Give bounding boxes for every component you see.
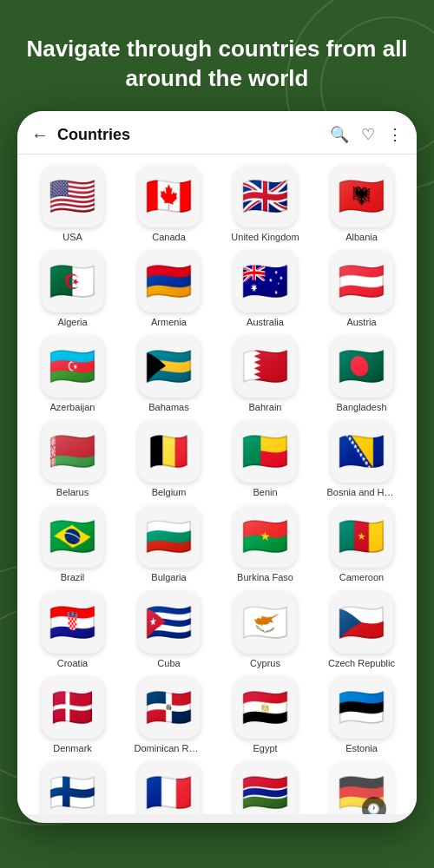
- country-item[interactable]: 🇺🇸USA: [28, 165, 117, 243]
- country-item[interactable]: 🇧🇾Belarus: [28, 420, 117, 498]
- country-item[interactable]: 🇩🇴Dominican Rep...: [124, 676, 214, 754]
- flag-icon: 🇧🇫: [234, 505, 297, 568]
- country-item[interactable]: 🇬🇲Gambia: [220, 761, 310, 814]
- flag-icon: 🇧🇭: [234, 335, 297, 398]
- back-button[interactable]: ←: [31, 125, 49, 145]
- country-name: Czech Republic: [328, 658, 395, 669]
- country-item[interactable]: 🇩🇪🕐Germany: [317, 761, 406, 814]
- country-item[interactable]: 🇩🇿Algeria: [28, 250, 117, 328]
- flag-icon: 🇪🇬: [234, 676, 297, 739]
- country-name: Austria: [346, 317, 376, 328]
- country-name: Bahrain: [249, 402, 282, 413]
- flag-icon: 🇨🇾: [234, 591, 297, 654]
- country-name: Cameroon: [339, 572, 384, 583]
- country-name: Armenia: [151, 317, 187, 328]
- country-name: Canada: [152, 232, 186, 243]
- country-name: United Kingdom: [231, 232, 299, 243]
- flag-icon: 🇨🇲: [331, 505, 393, 568]
- country-item[interactable]: 🇧🇭Bahrain: [220, 335, 310, 413]
- header-title: Navigate through countries from all arou…: [0, 0, 434, 111]
- flag-icon: 🇦🇲: [138, 250, 201, 312]
- country-item[interactable]: 🇦🇲Armenia: [124, 250, 214, 328]
- country-name: Burkina Faso: [237, 572, 293, 583]
- flag-icon: 🇧🇷: [42, 505, 104, 568]
- country-item[interactable]: 🇨🇿Czech Republic: [317, 591, 406, 669]
- country-item[interactable]: 🇩🇰Denmark: [28, 676, 117, 754]
- flag-icon: 🇧🇩: [331, 335, 393, 398]
- country-item[interactable]: 🇦🇺Australia: [220, 250, 310, 328]
- app-bar-actions: 🔍 ♡ ⋮: [330, 125, 403, 144]
- flag-icon: 🇫🇮: [42, 761, 104, 814]
- flag-icon: 🇫🇷: [138, 761, 201, 814]
- flag-icon: 🇦🇿: [42, 335, 104, 398]
- flag-icon: 🇦🇱: [331, 165, 393, 227]
- flag-icon: 🇧🇯: [234, 420, 297, 483]
- country-name: Belarus: [56, 487, 89, 498]
- country-item[interactable]: 🇧🇬Bulgaria: [124, 505, 214, 583]
- flag-icon: 🇩🇰: [42, 676, 104, 739]
- country-name: USA: [62, 232, 82, 243]
- search-icon[interactable]: 🔍: [330, 125, 349, 144]
- country-item[interactable]: 🇦🇹Austria: [317, 250, 406, 328]
- country-item[interactable]: 🇧🇩Bangladesh: [317, 335, 406, 413]
- flag-icon: 🇩🇴: [138, 676, 201, 739]
- country-item[interactable]: 🇫🇮Finland: [28, 761, 117, 814]
- country-name: Denmark: [53, 743, 92, 754]
- flag-icon: 🇨🇦: [138, 165, 201, 227]
- country-item[interactable]: 🇭🇷Croatia: [28, 591, 117, 669]
- flag-icon: 🇧🇪: [138, 420, 201, 483]
- flag-icon: 🇧🇾: [42, 420, 104, 483]
- phone-container: ← Countries 🔍 ♡ ⋮ 🇺🇸USA🇨🇦Canada🇬🇧United …: [17, 111, 417, 823]
- country-name: Dominican Rep...: [135, 743, 204, 754]
- country-name: Croatia: [57, 658, 88, 669]
- country-item[interactable]: 🇧🇷Brazil: [28, 505, 117, 583]
- country-name: Algeria: [57, 317, 87, 328]
- country-name: Brazil: [61, 572, 85, 583]
- country-name: Egypt: [253, 743, 277, 754]
- country-item[interactable]: 🇧🇸Bahamas: [124, 335, 214, 413]
- country-item[interactable]: 🇧🇯Benin: [220, 420, 310, 498]
- flag-icon: 🇧🇸: [138, 335, 201, 398]
- flag-icon: 🇨🇺: [138, 591, 201, 654]
- flag-icon: 🇪🇪: [331, 676, 393, 739]
- country-name: Cyprus: [250, 658, 280, 669]
- country-name: Azerbaijan: [50, 402, 95, 413]
- country-name: Albania: [345, 232, 378, 243]
- country-name: Cuba: [157, 658, 180, 669]
- country-item[interactable]: 🇧🇦Bosnia and Her...: [317, 420, 406, 498]
- countries-grid: 🇺🇸USA🇨🇦Canada🇬🇧United Kingdom🇦🇱Albania🇩🇿…: [17, 155, 417, 814]
- country-item[interactable]: 🇬🇧United Kingdom: [220, 165, 310, 243]
- country-item[interactable]: 🇨🇾Cyprus: [220, 591, 310, 669]
- country-item[interactable]: 🇦🇱Albania: [317, 165, 406, 243]
- flag-icon: 🇦🇹: [331, 250, 393, 312]
- country-item[interactable]: 🇪🇬Egypt: [220, 676, 310, 754]
- country-name: Benin: [253, 487, 277, 498]
- country-item[interactable]: 🇨🇺Cuba: [124, 591, 214, 669]
- country-item[interactable]: 🇧🇪Belgium: [124, 420, 214, 498]
- country-name: Australia: [247, 317, 284, 328]
- country-item[interactable]: 🇧🇫Burkina Faso: [220, 505, 310, 583]
- app-bar: ← Countries 🔍 ♡ ⋮: [17, 111, 417, 155]
- country-item[interactable]: 🇫🇷France: [124, 761, 214, 814]
- favorites-icon[interactable]: ♡: [361, 125, 375, 144]
- country-item[interactable]: 🇨🇲Cameroon: [317, 505, 406, 583]
- flag-icon: 🇨🇿: [331, 591, 393, 654]
- flag-icon: 🇩🇿: [42, 250, 104, 312]
- country-item[interactable]: 🇦🇿Azerbaijan: [28, 335, 117, 413]
- flag-icon: 🇭🇷: [42, 591, 104, 654]
- country-name: Belgium: [152, 487, 187, 498]
- flag-icon: 🇦🇺: [234, 250, 297, 312]
- country-name: Bangladesh: [336, 402, 386, 413]
- flag-icon: 🇺🇸: [42, 165, 104, 227]
- country-item[interactable]: 🇪🇪Estonia: [317, 676, 406, 754]
- flag-icon: 🇧🇦: [331, 420, 393, 483]
- flag-icon: 🇬🇧: [234, 165, 297, 227]
- country-item[interactable]: 🇨🇦Canada: [124, 165, 214, 243]
- country-name: Bulgaria: [151, 572, 186, 583]
- app-bar-title: Countries: [57, 126, 330, 144]
- flag-icon: 🇧🇬: [138, 505, 201, 568]
- country-name: Bosnia and Her...: [327, 487, 397, 498]
- country-name: Bahamas: [148, 402, 188, 413]
- flag-icon: 🇬🇲: [234, 761, 297, 814]
- more-icon[interactable]: ⋮: [387, 125, 403, 144]
